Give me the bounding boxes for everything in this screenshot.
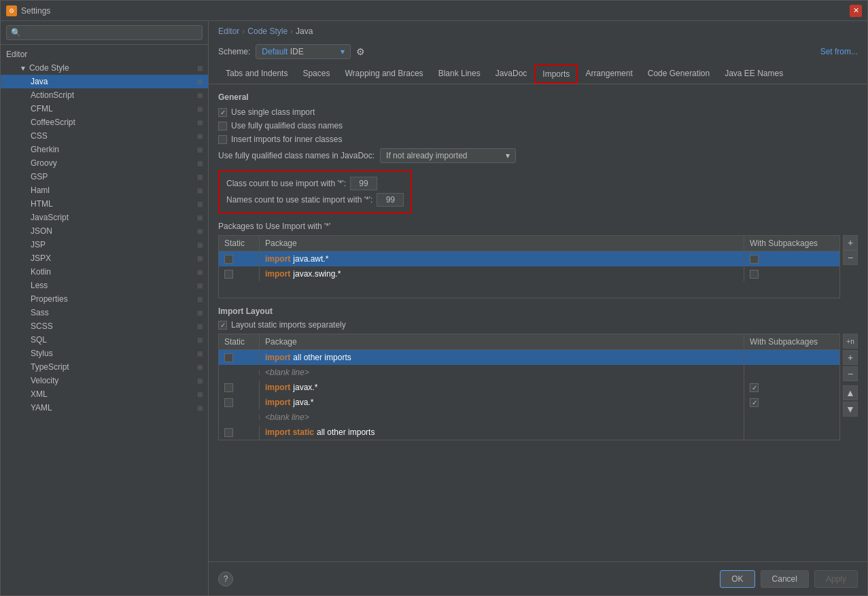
tab-code-generation[interactable]: Code Generation bbox=[640, 65, 717, 84]
actionscript-copy-icon: ⊞ bbox=[197, 92, 203, 99]
layout-remove-button[interactable]: − bbox=[843, 366, 858, 381]
import-layout-section: Import Layout Layout static imports sepa… bbox=[218, 306, 858, 440]
class-count-row: Class count to use import with '*': bbox=[226, 177, 404, 190]
import-keyword-1: import bbox=[265, 254, 290, 264]
set-from-link[interactable]: Set from... bbox=[820, 47, 858, 56]
sidebar-item-sql[interactable]: SQL ⊞ bbox=[1, 333, 208, 347]
cfml-copy-icon: ⊞ bbox=[197, 105, 203, 113]
layout-row4-subpackages bbox=[744, 396, 839, 410]
tab-blank-lines[interactable]: Blank Lines bbox=[431, 65, 488, 84]
sidebar-item-javascript[interactable]: JavaScript ⊞ bbox=[1, 211, 208, 224]
packages-remove-button[interactable]: − bbox=[843, 250, 858, 265]
sidebar-item-code-style[interactable]: ▼ Code Style ⊞ bbox=[1, 61, 208, 75]
sidebar-item-cfml[interactable]: CFML ⊞ bbox=[1, 102, 208, 116]
sidebar-item-typescript[interactable]: TypeScript ⊞ bbox=[1, 360, 208, 374]
sidebar-item-haml[interactable]: Haml ⊞ bbox=[1, 183, 208, 197]
layout-row6-package: import static all other imports bbox=[260, 425, 744, 440]
layout-text-6: all other imports bbox=[317, 427, 375, 437]
fully-qualified-checkbox[interactable] bbox=[218, 122, 227, 130]
sidebar-item-json[interactable]: JSON ⊞ bbox=[1, 224, 208, 238]
insert-inner-checkbox[interactable] bbox=[218, 135, 227, 144]
sidebar-item-stylus[interactable]: Stylus ⊞ bbox=[1, 347, 208, 360]
sidebar-item-html[interactable]: HTML ⊞ bbox=[1, 197, 208, 211]
sidebar-item-scss[interactable]: SCSS ⊞ bbox=[1, 319, 208, 333]
layout-row4-static-cb[interactable] bbox=[224, 398, 233, 407]
package-row2-static-cb[interactable] bbox=[224, 270, 233, 279]
packages-col-static: Static bbox=[219, 236, 260, 251]
sidebar-item-xml[interactable]: XML ⊞ bbox=[1, 387, 208, 401]
sidebar-item-velocity[interactable]: Velocity ⊞ bbox=[1, 374, 208, 387]
javadoc-dropdown[interactable]: If not already imported ▾ bbox=[380, 148, 516, 163]
package-row-2[interactable]: import javax.swing.* bbox=[219, 266, 839, 281]
close-button[interactable]: ✕ bbox=[850, 5, 862, 17]
layout-text-4: java.* bbox=[293, 398, 313, 407]
tab-wrapping[interactable]: Wrapping and Braces bbox=[337, 65, 430, 84]
layout-row3-static-cb[interactable] bbox=[224, 383, 233, 392]
sidebar-item-editor[interactable]: Editor bbox=[1, 48, 208, 61]
cancel-button[interactable]: Cancel bbox=[761, 570, 809, 588]
sidebar-item-sass[interactable]: Sass ⊞ bbox=[1, 306, 208, 319]
sidebar-item-coffeescript[interactable]: CoffeeScript ⊞ bbox=[1, 116, 208, 129]
html-copy-icon: ⊞ bbox=[197, 200, 203, 208]
package-row1-static-cb[interactable] bbox=[224, 255, 233, 264]
sidebar-item-css[interactable]: CSS ⊞ bbox=[1, 129, 208, 143]
layout-row4-sub-cb[interactable] bbox=[750, 398, 759, 407]
layout-row6-subpackages bbox=[744, 430, 839, 435]
package-row-1[interactable]: import java.awt.* bbox=[219, 251, 839, 266]
names-count-input[interactable] bbox=[377, 193, 404, 207]
package-row2-package: import javax.swing.* bbox=[260, 266, 744, 281]
search-input[interactable] bbox=[6, 25, 203, 40]
sidebar-item-kotlin[interactable]: Kotlin ⊞ bbox=[1, 265, 208, 279]
layout-row1-static-cb[interactable] bbox=[224, 353, 233, 362]
layout-row-4[interactable]: import java.* bbox=[219, 395, 839, 410]
layout-row-1[interactable]: import all other imports bbox=[219, 350, 839, 365]
sidebar-item-jspx[interactable]: JSPX ⊞ bbox=[1, 251, 208, 265]
tab-java-ee[interactable]: Java EE Names bbox=[717, 65, 791, 84]
breadcrumb: Editor › Code Style › Java bbox=[209, 21, 867, 41]
layout-row-6[interactable]: import static all other imports bbox=[219, 425, 839, 440]
properties-copy-icon: ⊞ bbox=[197, 296, 203, 303]
single-class-checkbox[interactable] bbox=[218, 108, 227, 117]
window-title: Settings bbox=[21, 6, 50, 16]
package-row2-sub-cb[interactable] bbox=[750, 270, 759, 279]
packages-add-button[interactable]: + bbox=[843, 235, 858, 250]
package-row1-sub-cb[interactable] bbox=[750, 255, 759, 264]
tab-imports[interactable]: Imports bbox=[534, 65, 578, 84]
class-count-input[interactable] bbox=[350, 177, 377, 190]
layout-scroll-up-button[interactable]: ▲ bbox=[843, 385, 858, 400]
fully-qualified-row: Use fully qualified class names bbox=[218, 121, 858, 130]
sidebar-item-yaml[interactable]: YAML ⊞ bbox=[1, 401, 208, 415]
apply-button[interactable]: Apply bbox=[814, 570, 858, 588]
layout-blank2-text: <blank line> bbox=[260, 410, 744, 425]
tab-arrangement[interactable]: Arrangement bbox=[578, 65, 640, 84]
sidebar-item-actionscript[interactable]: ActionScript ⊞ bbox=[1, 88, 208, 102]
layout-row-3[interactable]: import javax.* bbox=[219, 380, 839, 395]
sidebar-item-gherkin[interactable]: Gherkin ⊞ bbox=[1, 143, 208, 156]
insert-inner-label: Insert imports for inner classes bbox=[231, 135, 342, 144]
sidebar-item-less[interactable]: Less ⊞ bbox=[1, 279, 208, 292]
sidebar-item-java[interactable]: Java ⊞ bbox=[1, 75, 208, 88]
tab-tabs-indents[interactable]: Tabs and Indents bbox=[218, 65, 295, 84]
layout-add-button[interactable]: + bbox=[843, 350, 858, 365]
scheme-row: Scheme: Default IDE ▾ ⚙ Set from... bbox=[209, 41, 867, 65]
layout-row3-sub-cb[interactable] bbox=[750, 383, 759, 392]
layout-row6-static-cb[interactable] bbox=[224, 428, 233, 437]
layout-row1-subpackages bbox=[744, 355, 839, 360]
sidebar-item-gsp[interactable]: GSP ⊞ bbox=[1, 170, 208, 183]
ok-button[interactable]: OK bbox=[720, 570, 754, 588]
layout-scroll-down-button[interactable]: ▼ bbox=[843, 402, 858, 417]
sidebar-item-properties[interactable]: Properties ⊞ bbox=[1, 292, 208, 306]
scheme-gear-button[interactable]: ⚙ bbox=[356, 46, 365, 57]
tab-javadoc[interactable]: JavaDoc bbox=[488, 65, 535, 84]
help-button[interactable]: ? bbox=[218, 572, 233, 586]
velocity-copy-icon: ⊞ bbox=[197, 377, 203, 385]
tab-spaces[interactable]: Spaces bbox=[295, 65, 337, 84]
package-row1-subpackages bbox=[744, 252, 839, 266]
layout-static-checkbox[interactable] bbox=[218, 321, 227, 330]
layout-add-n-button[interactable]: +n bbox=[843, 334, 858, 349]
sidebar-item-jsp[interactable]: JSP ⊞ bbox=[1, 238, 208, 251]
main-panel: Editor › Code Style › Java Scheme: Defau… bbox=[209, 21, 867, 595]
scheme-dropdown[interactable]: Default IDE ▾ bbox=[256, 44, 351, 59]
css-copy-icon: ⊞ bbox=[197, 133, 203, 140]
sidebar-item-groovy[interactable]: Groovy ⊞ bbox=[1, 156, 208, 170]
